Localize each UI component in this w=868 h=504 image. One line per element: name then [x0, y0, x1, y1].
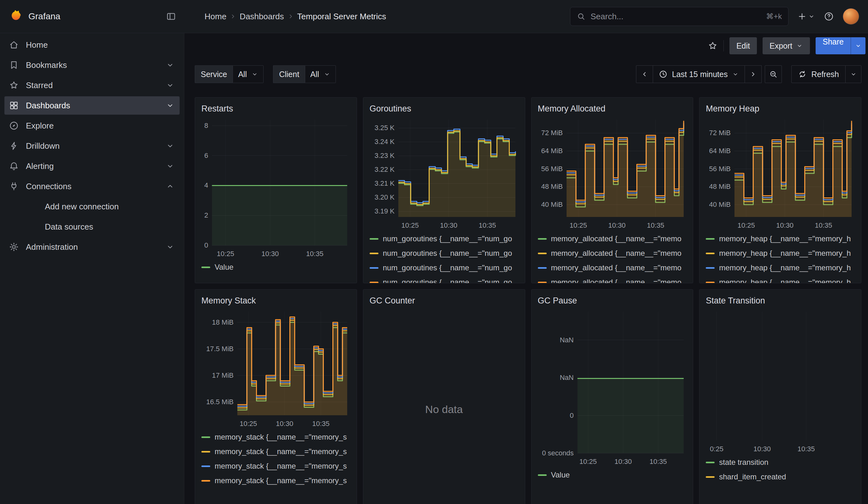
new-button[interactable]	[797, 12, 815, 21]
legend-item[interactable]: memory_allocated {__name__="memo	[538, 246, 687, 260]
sidebar-item-dashboards[interactable]: Dashboards	[4, 96, 179, 115]
panel-title[interactable]: State Transition	[706, 295, 855, 306]
legend-swatch	[370, 238, 379, 240]
sidebar-item-bookmarks[interactable]: Bookmarks	[4, 56, 179, 74]
legend-item[interactable]: memory_heap {__name__="memory_h	[706, 232, 855, 246]
legend-item[interactable]: memory_stack {__name__="memory_s	[202, 444, 350, 459]
time-range-picker[interactable]: Last 15 minutes	[653, 65, 745, 83]
legend-item[interactable]: num_goroutines {__name__="num_go	[370, 246, 519, 260]
svg-text:0: 0	[570, 411, 574, 419]
search-icon	[577, 12, 586, 21]
breadcrumb-item-dashboards[interactable]: Dashboards	[240, 12, 284, 21]
svg-text:17 MiB: 17 MiB	[212, 371, 234, 379]
sidebar-item-starred[interactable]: Starred	[4, 76, 179, 94]
legend-item[interactable]: memory_heap {__name__="memory_h	[706, 275, 855, 283]
zoom-out-button[interactable]	[765, 65, 782, 83]
sidebar-navigation: HomeBookmarksStarredDashboardsExploreDri…	[0, 33, 184, 504]
legend-item[interactable]: memory_heap {__name__="memory_h	[706, 260, 855, 275]
panels-grid: Restarts10:2510:3010:3586420ValueGorouti…	[195, 97, 861, 504]
svg-text:10:30: 10:30	[261, 250, 279, 258]
legend-item[interactable]: num_goroutines {__name__="num_go	[370, 275, 519, 283]
svg-text:10:25: 10:25	[569, 222, 587, 229]
sidebar-item-alerting[interactable]: Alerting	[4, 157, 179, 175]
legend-item[interactable]: memory_allocated {__name__="memo	[538, 232, 687, 246]
legend-item[interactable]: memory_stack {__name__="memory_s	[202, 473, 350, 488]
chevron-down-icon	[855, 42, 862, 49]
panel-title[interactable]: Restarts	[202, 103, 350, 114]
search-input[interactable]: Search... ⌘+k	[570, 7, 788, 26]
svg-text:72 MiB: 72 MiB	[541, 129, 562, 137]
legend-item[interactable]: Value	[202, 260, 350, 275]
share-split-button: Share	[816, 37, 866, 54]
chevron-down-icon	[323, 71, 330, 78]
svg-text:2: 2	[204, 211, 208, 219]
panel-title[interactable]: GC Counter	[370, 295, 519, 306]
sidebar-item-add-new-connection[interactable]: Add new connection	[4, 197, 179, 216]
svg-text:10:25: 10:25	[401, 222, 418, 229]
svg-text:10:35: 10:35	[798, 445, 815, 453]
brand-title: Grafana	[28, 11, 60, 21]
refresh-button[interactable]: Refresh	[791, 65, 846, 83]
breadcrumb-item-temporal-server-metrics: Temporal Server Metrics	[297, 12, 386, 21]
service-variable-value[interactable]: All	[232, 65, 264, 83]
edit-button[interactable]: Edit	[730, 37, 757, 54]
breadcrumb-item-home[interactable]: Home	[205, 12, 226, 21]
legend-swatch	[202, 465, 210, 467]
panel-title[interactable]: Goroutines	[370, 103, 519, 114]
time-shift-forward-button[interactable]	[745, 65, 762, 83]
legend-item[interactable]: memory_stack {__name__="memory_s	[202, 459, 350, 473]
refresh-interval-button[interactable]	[846, 65, 861, 83]
sidebar-item-explore[interactable]: Explore	[4, 116, 179, 135]
legend-item[interactable]: memory_heap {__name__="memory_h	[706, 246, 855, 260]
legend-label: memory_allocated {__name__="memo	[551, 278, 681, 283]
sidebar-item-data-sources[interactable]: Data sources	[4, 218, 179, 236]
legend-item[interactable]: state transition	[706, 455, 855, 470]
sidebar-toggle-button[interactable]	[166, 11, 176, 21]
chevron-down-icon	[732, 71, 739, 78]
svg-text:0:25: 0:25	[710, 445, 723, 453]
share-menu-button[interactable]	[851, 37, 866, 54]
chevron-down-icon	[808, 13, 815, 20]
share-button[interactable]: Share	[816, 37, 851, 54]
sidebar-item-label: Alerting	[26, 161, 54, 171]
user-avatar[interactable]	[843, 8, 859, 25]
legend-label: state transition	[719, 458, 768, 467]
panel-title[interactable]: GC Pause	[538, 295, 687, 306]
export-button[interactable]: Export	[763, 37, 810, 54]
legend-item[interactable]: memory_stack {__name__="memory_s	[202, 430, 350, 444]
favorite-star-button[interactable]	[707, 41, 718, 51]
compass-icon	[9, 121, 19, 131]
legend-swatch	[370, 267, 379, 269]
legend-swatch	[538, 267, 547, 269]
sidebar-item-home[interactable]: Home	[4, 36, 179, 54]
legend-item[interactable]: Value	[538, 468, 687, 482]
legend-item[interactable]: shard_item_created	[706, 470, 855, 484]
sidebar-item-drilldown[interactable]: Drilldown	[4, 137, 179, 155]
timeseries-chart: 10:2510:3010:3586420	[202, 116, 350, 259]
legend-label: memory_stack {__name__="memory_s	[215, 447, 347, 456]
panel-title[interactable]: Memory Allocated	[538, 103, 687, 114]
sidebar-item-administration[interactable]: Administration	[4, 238, 179, 256]
chevron-right-icon	[749, 70, 757, 78]
client-variable-value[interactable]: All	[305, 65, 336, 83]
legend-item[interactable]: num_goroutines {__name__="num_go	[370, 260, 519, 275]
legend-item[interactable]: memory_allocated {__name__="memo	[538, 275, 687, 283]
timeseries-chart: 10:2510:3010:3572 MiB64 MiB56 MiB48 MiB4…	[538, 116, 687, 230]
panel-title[interactable]: Memory Heap	[706, 103, 855, 114]
chevron-up-icon	[166, 182, 175, 191]
help-button[interactable]	[824, 11, 834, 21]
legend-swatch	[706, 253, 715, 254]
svg-text:10:35: 10:35	[647, 222, 664, 229]
legend-item[interactable]: memory_allocated {__name__="memo	[538, 260, 687, 275]
bell-icon	[9, 161, 19, 171]
svg-text:48 MiB: 48 MiB	[709, 183, 731, 191]
panel-title[interactable]: Memory Stack	[202, 295, 350, 306]
time-shift-back-button[interactable]	[636, 65, 653, 83]
legend-swatch	[202, 480, 210, 482]
legend-swatch	[202, 436, 210, 438]
sidebar-item-connections[interactable]: Connections	[4, 177, 179, 195]
svg-text:6: 6	[204, 152, 208, 160]
legend-item[interactable]: num_goroutines {__name__="num_go	[370, 232, 519, 246]
legend-label: memory_heap {__name__="memory_h	[719, 234, 851, 243]
client-variable-label: Client	[273, 65, 305, 83]
